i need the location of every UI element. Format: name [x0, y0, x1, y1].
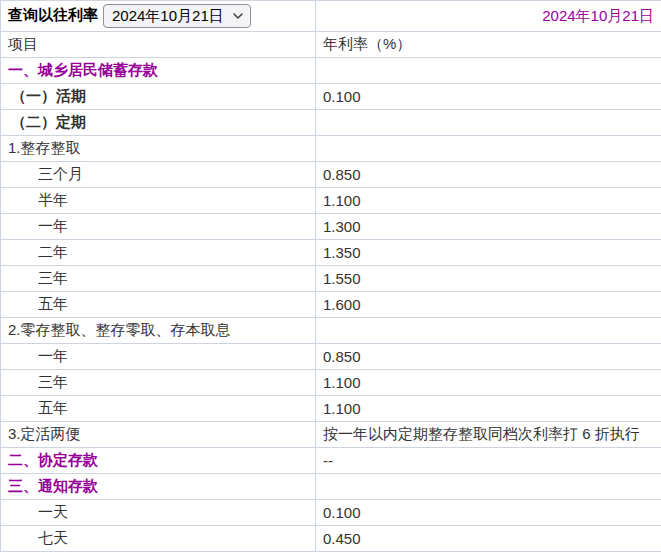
- rate-cell: 0.100: [316, 500, 661, 526]
- item-cell: 半年: [1, 188, 316, 214]
- rate-cell: 1.550: [316, 266, 661, 292]
- item-cell: 二年: [1, 240, 316, 266]
- item-cell: 三年: [1, 266, 316, 292]
- item-cell: 1.整存整取: [1, 136, 316, 162]
- rate-cell: 1.100: [316, 370, 661, 396]
- header-rate: 年利率（%）: [316, 32, 661, 58]
- item-cell: 五年: [1, 396, 316, 422]
- table-row: 一、城乡居民储蓄存款: [1, 58, 661, 84]
- table-row: 3.定活两便按一年以内定期整存整取同档次利率打 6 折执行: [1, 422, 661, 448]
- table-row: 一天0.100: [1, 500, 661, 526]
- item-cell: 一、城乡居民储蓄存款: [1, 58, 316, 84]
- table-row: 二年1.350: [1, 240, 661, 266]
- table-header-row: 项目 年利率（%）: [1, 32, 661, 58]
- table-row: 五年1.100: [1, 396, 661, 422]
- rate-cell: [316, 110, 661, 136]
- toolbar-row: 查询以往利率2024年10月21日 2024年10月21日: [1, 1, 661, 32]
- rate-cell: [316, 58, 661, 84]
- table-row: 一年1.300: [1, 214, 661, 240]
- item-cell: 三个月: [1, 162, 316, 188]
- header-item: 项目: [1, 32, 316, 58]
- table-row: 七天0.450: [1, 526, 661, 552]
- rate-cell: 1.300: [316, 214, 661, 240]
- item-cell: 一年: [1, 214, 316, 240]
- table-row: （二）定期: [1, 110, 661, 136]
- table-row: 三、通知存款: [1, 474, 661, 500]
- toolbar-cell: 查询以往利率2024年10月21日: [1, 1, 316, 32]
- item-cell: 五年: [1, 292, 316, 318]
- rate-cell: [316, 136, 661, 162]
- rate-cell: 1.350: [316, 240, 661, 266]
- rate-cell: 0.850: [316, 162, 661, 188]
- current-date: 2024年10月21日: [542, 7, 654, 24]
- item-cell: 二、协定存款: [1, 448, 316, 474]
- table-row: 2.零存整取、整存零取、存本取息: [1, 318, 661, 344]
- rate-cell: 0.850: [316, 344, 661, 370]
- item-cell: 一年: [1, 344, 316, 370]
- item-cell: 三、通知存款: [1, 474, 316, 500]
- table-row: 五年1.600: [1, 292, 661, 318]
- rates-table: 查询以往利率2024年10月21日 2024年10月21日 项目 年利率（%） …: [0, 0, 661, 552]
- item-cell: 3.定活两便: [1, 422, 316, 448]
- date-select[interactable]: 2024年10月21日: [103, 4, 251, 28]
- rate-cell: --: [316, 448, 661, 474]
- table-row: 一年0.850: [1, 344, 661, 370]
- item-cell: 2.零存整取、整存零取、存本取息: [1, 318, 316, 344]
- query-label: 查询以往利率: [8, 6, 98, 23]
- rate-cell: 按一年以内定期整存整取同档次利率打 6 折执行: [316, 422, 661, 448]
- item-cell: 三年: [1, 370, 316, 396]
- rates-table-body: 一、城乡居民储蓄存款（一）活期0.100（二）定期1.整存整取三个月0.850半…: [1, 58, 661, 552]
- table-row: 三年1.550: [1, 266, 661, 292]
- table-row: 三年1.100: [1, 370, 661, 396]
- item-cell: 一天: [1, 500, 316, 526]
- item-cell: （一）活期: [1, 84, 316, 110]
- table-row: 半年1.100: [1, 188, 661, 214]
- item-cell: 七天: [1, 526, 316, 552]
- table-row: （一）活期0.100: [1, 84, 661, 110]
- item-cell: （二）定期: [1, 110, 316, 136]
- table-row: 1.整存整取: [1, 136, 661, 162]
- date-select-wrap: 2024年10月21日: [103, 4, 251, 28]
- table-row: 三个月0.850: [1, 162, 661, 188]
- current-date-cell: 2024年10月21日: [316, 1, 661, 32]
- rate-cell: [316, 318, 661, 344]
- table-row: 二、协定存款--: [1, 448, 661, 474]
- rate-cell: 1.100: [316, 188, 661, 214]
- rate-cell: [316, 474, 661, 500]
- rate-cell: 0.450: [316, 526, 661, 552]
- rate-cell: 0.100: [316, 84, 661, 110]
- rate-cell: 1.600: [316, 292, 661, 318]
- rate-cell: 1.100: [316, 396, 661, 422]
